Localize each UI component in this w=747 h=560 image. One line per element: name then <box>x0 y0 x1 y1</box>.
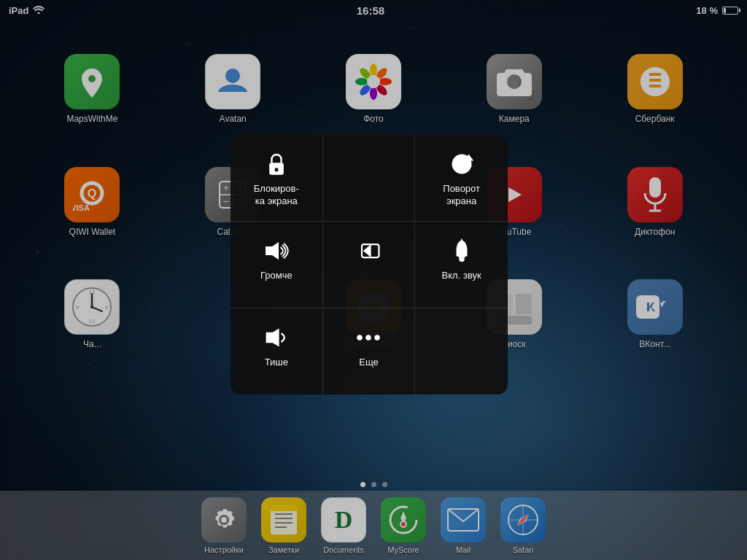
quieter-icon <box>263 324 290 351</box>
ctx-cell-quieter[interactable]: Тише <box>231 308 323 395</box>
ctx-label-bell: Вкл. звук <box>442 270 481 282</box>
svg-marker-58 <box>266 242 279 260</box>
ctx-cell-rotate[interactable]: Поворотэкрана <box>415 135 508 222</box>
ctx-label-louder: Громче <box>260 270 293 282</box>
svg-marker-63 <box>266 328 279 346</box>
lock-icon <box>263 151 290 177</box>
ctx-cell-lock[interactable]: Блокиров-ка экрана <box>231 135 323 222</box>
svg-point-66 <box>375 335 381 341</box>
svg-rect-56 <box>274 168 278 172</box>
context-menu: Блокиров-ка экрана Поворотэкрана <box>231 135 508 394</box>
ctx-cell-empty2 <box>415 308 508 395</box>
svg-point-61 <box>459 257 465 262</box>
context-menu-grid: Блокиров-ка экрана Поворотэкрана <box>231 135 508 394</box>
ctx-label-rotate: Поворотэкрана <box>443 183 480 208</box>
ctx-label-lock: Блокиров-ка экрана <box>254 183 299 208</box>
more-icon <box>355 324 382 351</box>
bell-icon <box>449 238 475 264</box>
ctx-label-quieter: Тише <box>265 357 288 369</box>
ctx-label-more: Еще <box>359 357 378 369</box>
louder-icon <box>263 238 290 264</box>
svg-point-65 <box>366 335 372 341</box>
svg-point-64 <box>357 335 363 341</box>
ctx-cell-bell[interactable]: Вкл. звук <box>415 222 508 308</box>
back-icon <box>355 238 382 264</box>
ctx-cell-louder[interactable]: Громче <box>231 222 323 308</box>
ctx-cell-more[interactable]: Еще <box>323 308 416 395</box>
ctx-cell-back[interactable] <box>323 222 416 308</box>
rotate-icon <box>449 151 475 177</box>
ctx-cell-empty1 <box>323 135 416 222</box>
